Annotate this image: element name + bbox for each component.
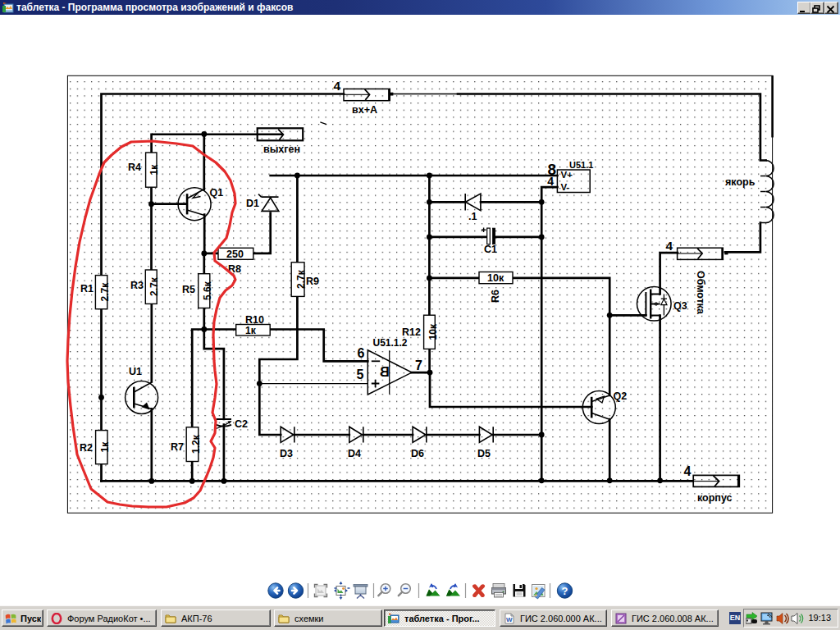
svg-text:?: ? xyxy=(562,585,568,597)
svg-text:W: W xyxy=(506,616,513,623)
